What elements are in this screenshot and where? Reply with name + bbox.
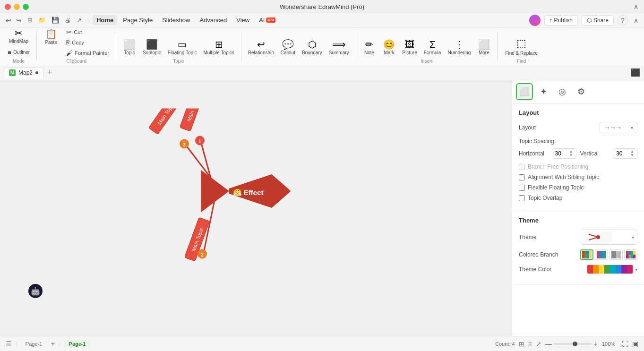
- horizontal-down-button[interactable]: ▼: [568, 154, 574, 157]
- save-button[interactable]: 💾: [50, 16, 61, 25]
- picture-button[interactable]: 🖼 Picture: [400, 38, 420, 58]
- relationship-button[interactable]: ↩ Relationship: [245, 38, 277, 58]
- summary-button[interactable]: ⟹ Summary: [326, 38, 352, 58]
- multiple-topics-button[interactable]: ⊞ Multiple Topics: [200, 38, 237, 58]
- find-replace-button[interactable]: ⬚ Find & Replace: [501, 35, 541, 58]
- ai-assistant-button[interactable]: 🤖: [28, 284, 43, 298]
- minimize-button[interactable]: [14, 4, 20, 10]
- svg-rect-26: [626, 251, 628, 255]
- close-button[interactable]: [5, 4, 11, 10]
- swatch-gradient[interactable]: [595, 249, 608, 260]
- floating-topic-button[interactable]: ▭ Floating Topic: [165, 38, 200, 58]
- menu-page-style[interactable]: Page Style: [119, 15, 156, 25]
- history-button[interactable]: ⊞: [26, 16, 34, 25]
- color-cyan[interactable]: [610, 265, 616, 274]
- callout-button[interactable]: 💬 Callout: [278, 38, 298, 58]
- vertical-spacing-input[interactable]: 30 ▲ ▼: [614, 148, 637, 159]
- cut-button[interactable]: ✂ Cut: [63, 27, 112, 37]
- share-button[interactable]: ⬡ Share: [582, 15, 614, 26]
- nav-arrows[interactable]: ∧: [632, 2, 640, 11]
- branch1-node[interactable]: Main Topic: [148, 108, 182, 134]
- color-pink[interactable]: [627, 265, 633, 274]
- menu-advanced[interactable]: Advanced: [196, 15, 231, 25]
- active-page-tab[interactable]: Page-1: [64, 340, 91, 348]
- redo-button[interactable]: ↪: [14, 16, 24, 25]
- zoom-slider[interactable]: [554, 343, 592, 345]
- collapse-button[interactable]: ∧: [632, 2, 640, 11]
- zoom-thumb[interactable]: [573, 342, 577, 346]
- alignment-sibling-checkbox[interactable]: [519, 174, 525, 180]
- swatch-rainbow[interactable]: [580, 249, 593, 260]
- horizontal-spinners[interactable]: ▲ ▼: [568, 150, 574, 157]
- tab-add-button[interactable]: +: [45, 68, 54, 77]
- boundary-button[interactable]: ⬡ Boundary: [299, 38, 325, 58]
- color-yellow[interactable]: [599, 265, 604, 274]
- print-button[interactable]: 🖨: [63, 16, 73, 25]
- canvas[interactable]: 😤 Effect Main Topic 3: [0, 80, 512, 336]
- maximize-button[interactable]: [23, 4, 29, 10]
- color-blue[interactable]: [616, 265, 621, 274]
- user-avatar[interactable]: [529, 15, 541, 26]
- more-button[interactable]: ⬜ More: [474, 38, 493, 58]
- branch-free-checkbox[interactable]: [519, 164, 525, 170]
- flexible-floating-checkbox[interactable]: [519, 185, 525, 191]
- page-1-tab[interactable]: Page-1: [21, 340, 47, 348]
- swatch-mono[interactable]: [610, 249, 623, 260]
- branch2-node[interactable]: Main Topic: [180, 108, 205, 131]
- center-node[interactable]: 😤 Effect: [201, 170, 291, 212]
- sidebar-toggle-button[interactable]: ☰: [6, 340, 12, 348]
- horizontal-spacing-input[interactable]: 30 ▲ ▼: [553, 148, 576, 159]
- note-button[interactable]: ✏ Note: [360, 38, 379, 58]
- zoom-out-button[interactable]: —: [545, 340, 552, 348]
- theme-color-strip[interactable]: [587, 265, 633, 274]
- export-button[interactable]: ↗: [75, 16, 84, 25]
- panel-tab-settings[interactable]: ⚙: [573, 83, 590, 100]
- swatch-multi[interactable]: [624, 249, 637, 260]
- tab-map2-label: Map2: [18, 69, 33, 76]
- mark-button[interactable]: 😊 Mark: [380, 38, 399, 58]
- undo-button[interactable]: ↩: [4, 16, 13, 25]
- vertical-spinners[interactable]: ▲ ▼: [629, 150, 635, 157]
- vertical-down-button[interactable]: ▼: [629, 154, 635, 157]
- fullscreen-button[interactable]: ⛶: [622, 340, 628, 348]
- menu-ai[interactable]: AI Hot: [255, 15, 279, 25]
- tab-map2[interactable]: M Map2: [4, 67, 43, 78]
- panel-tab-layout[interactable]: ⬜: [516, 83, 533, 100]
- panel-expand-button[interactable]: ⬛: [631, 68, 640, 77]
- layout-select[interactable]: →→→ ▾: [600, 122, 637, 133]
- color-red[interactable]: [587, 265, 593, 274]
- format-painter-button[interactable]: 🖌 Format Painter: [63, 48, 112, 58]
- outliner-button[interactable]: ≡ Outliner: [5, 47, 33, 58]
- color-green[interactable]: [604, 265, 610, 274]
- panel-tab-location[interactable]: ◎: [554, 83, 571, 100]
- menu-slideshow[interactable]: Slideshow: [158, 15, 194, 25]
- zoom-value[interactable]: 100%: [599, 341, 618, 347]
- undo-redo-group[interactable]: ↩ ↪: [4, 16, 24, 25]
- publish-button[interactable]: ↑ Publish: [544, 15, 578, 26]
- zoom-in-button[interactable]: +: [593, 340, 597, 348]
- numbering-button[interactable]: ⋮ Numbering: [445, 38, 473, 58]
- help-button[interactable]: ?: [618, 15, 628, 26]
- outline-view-button[interactable]: ≡: [528, 340, 532, 348]
- copy-button[interactable]: ⎘ Copy: [63, 38, 112, 47]
- panel-toggle-button[interactable]: ▣: [632, 340, 638, 348]
- theme-color-chevron-icon[interactable]: ▾: [635, 267, 637, 272]
- menu-view[interactable]: View: [232, 15, 253, 25]
- add-page-button[interactable]: +: [51, 340, 55, 348]
- topic-button[interactable]: ⬜ Topic: [120, 38, 139, 58]
- collapse-panel-button[interactable]: ∧: [632, 16, 640, 25]
- panel-tab-sparkle[interactable]: ✦: [535, 83, 552, 100]
- grid-view-button[interactable]: ⊞: [519, 340, 524, 348]
- menu-home[interactable]: Home: [93, 15, 117, 25]
- theme-select[interactable]: ▾: [581, 230, 637, 245]
- formula-button[interactable]: Σ Formula: [421, 38, 444, 58]
- open-button[interactable]: 📁: [36, 16, 48, 25]
- paste-button[interactable]: 📋 Paste: [41, 27, 61, 47]
- mindmap-button[interactable]: ✂ MindMap: [5, 26, 33, 46]
- window-controls[interactable]: [5, 4, 29, 10]
- color-purple[interactable]: [621, 265, 627, 274]
- subtopic-button[interactable]: ⬛ Subtopic: [140, 38, 164, 58]
- topic-overlap-checkbox[interactable]: [519, 195, 525, 201]
- color-orange[interactable]: [593, 265, 599, 274]
- expand-view-button[interactable]: ⤢: [536, 340, 541, 348]
